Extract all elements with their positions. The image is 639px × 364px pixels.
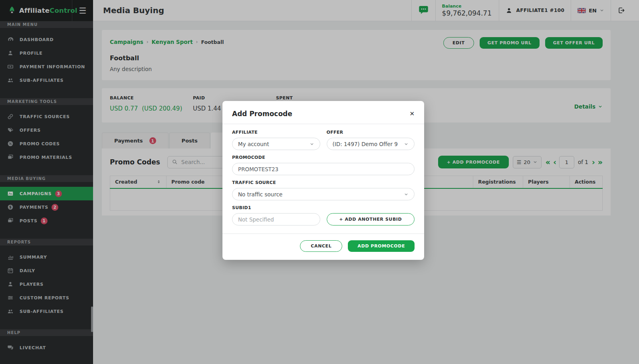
add-promocode-modal: Add Promocode ✕ AFFILIATE My account OFF…: [222, 101, 424, 260]
affiliate-label: AFFILIATE: [232, 130, 320, 135]
affiliate-selected-value: My account: [238, 141, 269, 147]
offer-selected-value: (ID: 1497) Demo Offer 9: [333, 141, 398, 147]
traffic-source-label: TRAFFIC SOURCE: [232, 180, 415, 185]
cancel-button[interactable]: CANCEL: [300, 240, 342, 252]
promocode-label: PROMOCODE: [232, 155, 415, 160]
subid1-label: SUBID1: [232, 205, 415, 210]
offer-select[interactable]: (ID: 1497) Demo Offer 9: [327, 138, 415, 150]
traffic-source-selected-value: No traffic source: [238, 191, 282, 198]
affiliate-select[interactable]: My account: [232, 138, 320, 150]
submit-add-promocode-button[interactable]: ADD PROMOCODE: [348, 240, 415, 252]
add-another-subid-button[interactable]: + ADD ANOTHER SUBID: [327, 213, 415, 226]
modal-title: Add Promocode: [232, 110, 292, 118]
offer-label: OFFER: [327, 130, 415, 135]
chevron-down-icon: [404, 142, 409, 146]
subid1-input[interactable]: [232, 213, 320, 226]
chevron-down-icon: [310, 142, 314, 146]
promocode-input[interactable]: [232, 163, 415, 175]
close-icon[interactable]: ✕: [409, 111, 415, 117]
chevron-down-icon: [404, 192, 409, 197]
traffic-source-select[interactable]: No traffic source: [232, 188, 415, 200]
